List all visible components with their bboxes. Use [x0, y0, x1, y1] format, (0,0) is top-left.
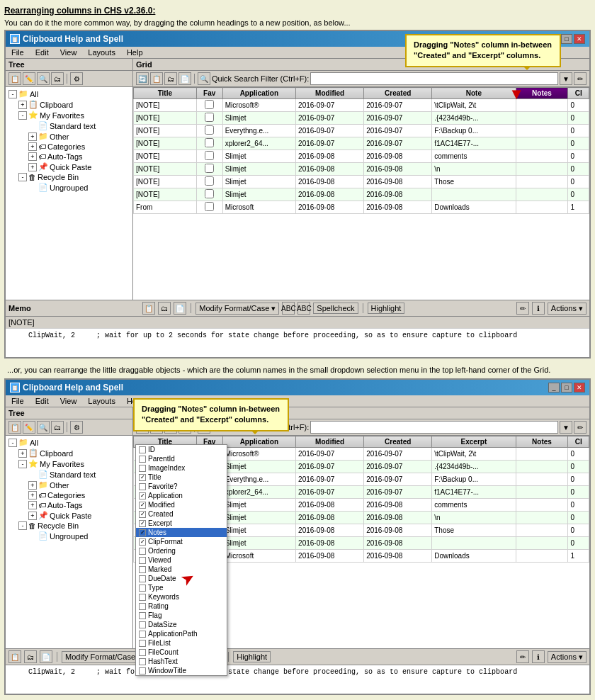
- col-created1[interactable]: Created: [364, 88, 432, 99]
- expand-all[interactable]: -: [8, 90, 17, 98]
- expand-autotags[interactable]: +: [28, 152, 37, 161]
- minimize-btn2[interactable]: _: [548, 383, 560, 393]
- dd-checkbox[interactable]: [139, 446, 146, 453]
- highlight-btn1[interactable]: Highlight: [368, 303, 405, 314]
- col2-modified[interactable]: Modified: [296, 436, 364, 448]
- modify-format-btn2[interactable]: Modify Format/Case ▾: [62, 651, 145, 663]
- dropdown-item[interactable]: Viewed: [136, 555, 227, 565]
- table-row[interactable]: [NOTE] Slimjet 2016-09-08 2016-09-08 com…: [134, 150, 589, 163]
- spellcheck-label1[interactable]: Spellcheck: [313, 303, 358, 314]
- dd-checkbox[interactable]: [139, 548, 146, 555]
- menu-edit2[interactable]: Edit: [33, 396, 52, 406]
- menu-file2[interactable]: File: [8, 396, 27, 406]
- dropdown-item[interactable]: Favorite?: [136, 482, 227, 491]
- search-input2[interactable]: [310, 421, 558, 434]
- tree-node-myfav[interactable]: - ⭐ My Favorites: [17, 110, 131, 120]
- menu-layouts2[interactable]: Layouts: [85, 396, 118, 406]
- memo-tb1[interactable]: 📋: [142, 302, 155, 315]
- dd-checkbox[interactable]: [139, 511, 146, 518]
- tree-node-categories[interactable]: + 🏷 Categories: [27, 142, 131, 152]
- tree-tb2-4[interactable]: 🗂: [51, 421, 64, 434]
- tree2-node-all[interactable]: - 📁 All: [7, 437, 131, 448]
- close-btn1[interactable]: ✕: [574, 34, 585, 44]
- tree-tb2-1[interactable]: 📋: [8, 421, 21, 434]
- cell-fav[interactable]: [196, 150, 222, 163]
- grid-dropdown-btn1[interactable]: ▼: [560, 72, 572, 85]
- tree2-autotags[interactable]: + 🏷 Auto-Tags: [27, 500, 131, 510]
- dd-checkbox[interactable]: [139, 520, 146, 527]
- grid-tb2[interactable]: 📋: [150, 72, 163, 85]
- dd-checkbox[interactable]: [139, 456, 146, 463]
- expand2-recycle[interactable]: -: [18, 521, 27, 530]
- cell-fav[interactable]: [196, 137, 222, 150]
- dropdown-item[interactable]: FileCount: [136, 648, 227, 657]
- dropdown-item[interactable]: ApplicationPath: [136, 629, 227, 638]
- cell-fav[interactable]: [196, 188, 222, 201]
- expand-clipboard[interactable]: +: [18, 101, 27, 109]
- dropdown-item[interactable]: ClipFormat: [136, 537, 227, 546]
- cell-fav[interactable]: [196, 163, 222, 176]
- tree2-quickpaste[interactable]: + 📌 Quick Paste: [27, 510, 131, 521]
- dropdown-item[interactable]: Rating: [136, 602, 227, 611]
- tree-node-ungrouped[interactable]: 📄 Ungrouped: [27, 182, 131, 193]
- dd-checkbox[interactable]: [139, 557, 146, 564]
- grid2-edit-btn[interactable]: ✏: [574, 421, 586, 434]
- dropdown-item[interactable]: Modified: [136, 500, 227, 509]
- dropdown-item[interactable]: Ordering: [136, 546, 227, 555]
- expand2-autotags[interactable]: +: [28, 501, 37, 509]
- col-fav1[interactable]: Fav: [196, 88, 222, 99]
- memo2-edit-btn[interactable]: ✏: [516, 650, 529, 663]
- cell-fav[interactable]: [196, 112, 222, 125]
- expand2-quickpaste[interactable]: +: [28, 512, 37, 520]
- tree-node-other[interactable]: + 📁 Other: [27, 131, 131, 142]
- table-row[interactable]: [NOTE] Slimjet 2016-09-08 2016-09-08 0: [134, 188, 589, 201]
- col2-notes[interactable]: Notes: [516, 436, 568, 448]
- menu-file1[interactable]: File: [8, 47, 27, 57]
- dd-checkbox[interactable]: [139, 575, 146, 582]
- dd-checkbox[interactable]: [139, 658, 146, 665]
- table-row[interactable]: [NOTE] Slimjet 2016-09-08 2016-09-08 Tho…: [134, 176, 589, 188]
- memo2-tb1[interactable]: 📋: [8, 650, 21, 663]
- highlight-btn2[interactable]: Highlight: [233, 651, 271, 662]
- memo2-tb3[interactable]: 📄: [40, 650, 52, 663]
- dd-checkbox[interactable]: [139, 649, 146, 656]
- close-btn2[interactable]: ✕: [574, 383, 585, 393]
- dropdown-item[interactable]: Excerpt: [136, 519, 227, 528]
- table-row[interactable]: From Microsoft 2016-09-08 2016-09-08 Dow…: [134, 201, 589, 214]
- cell-fav[interactable]: [196, 125, 222, 137]
- cell-fav[interactable]: [196, 201, 222, 214]
- grid-tb3[interactable]: 🗂: [164, 72, 177, 85]
- expand-quickpaste[interactable]: +: [28, 163, 37, 171]
- memo-tb3[interactable]: 📄: [174, 302, 186, 315]
- menu-view2[interactable]: View: [57, 396, 80, 406]
- dropdown-item[interactable]: Flag: [136, 611, 227, 620]
- col-cl1[interactable]: Cl: [568, 88, 589, 99]
- table-row[interactable]: [NOTE] Slimjet 2016-09-08 2016-09-08 \n …: [134, 163, 589, 176]
- dd-checkbox[interactable]: [139, 640, 146, 647]
- cell-fav[interactable]: [196, 176, 222, 188]
- dropdown-item[interactable]: Application: [136, 491, 227, 500]
- tree2-stdtext[interactable]: 📄 Standard text: [27, 469, 131, 480]
- dropdown-item[interactable]: ID: [136, 445, 227, 454]
- grid-tb4[interactable]: 📄: [178, 72, 191, 85]
- actions-btn2[interactable]: Actions ▾: [548, 651, 586, 663]
- expand2-all[interactable]: -: [8, 439, 17, 447]
- col-modified1[interactable]: Modified: [296, 88, 364, 99]
- dropdown-item[interactable]: Created: [136, 509, 227, 519]
- col2-excerpt[interactable]: Excerpt: [432, 436, 516, 448]
- menu-layouts1[interactable]: Layouts: [85, 47, 118, 57]
- expand2-clipboard[interactable]: +: [18, 449, 27, 458]
- tree-node-clipboard[interactable]: + 📋 Clipboard: [17, 99, 131, 110]
- table-row[interactable]: [NOTE] Slimjet 2016-09-07 2016-09-07 .{4…: [134, 112, 589, 125]
- table-row[interactable]: [NOTE] Everythng.e... 2016-09-07 2016-09…: [134, 125, 589, 137]
- dropdown-item[interactable]: Title: [136, 473, 227, 482]
- tree-tb-btn5[interactable]: ⚙: [70, 72, 83, 85]
- memo2-info-btn[interactable]: ℹ: [532, 650, 545, 663]
- column-dropdown[interactable]: IDParentIdImageIndexTitleFavorite?Applic…: [135, 444, 227, 676]
- dd-checkbox[interactable]: [139, 603, 146, 610]
- dd-checkbox[interactable]: [139, 474, 146, 481]
- dropdown-item[interactable]: Type: [136, 583, 227, 592]
- tree2-other[interactable]: + 📁 Other: [27, 480, 131, 490]
- tree-tb2-2[interactable]: ✏️: [23, 421, 35, 434]
- dd-checkbox[interactable]: [139, 594, 146, 601]
